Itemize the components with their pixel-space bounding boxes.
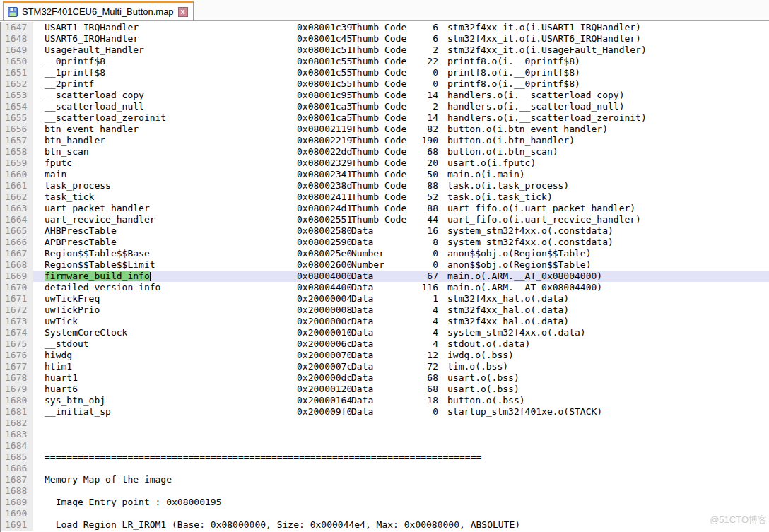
line-content[interactable]: firmware_build_info0x08004000Data67main.… [33,271,769,282]
line-content[interactable]: __1printf$80x08001c55Thumb Code0printf8.… [33,67,769,78]
line-content[interactable]: Region$$Table$$Limit0x08002600Number0ano… [33,259,769,271]
map-symbol-row[interactable]: 1667Region$$Table$$Base0x080025e0Number0… [1,248,769,259]
line-content[interactable]: uart_packet_handler0x080024d1Thumb Code8… [33,203,769,214]
map-text-row[interactable]: 1686 [1,463,769,474]
line-content[interactable]: USART6_IRQHandler0x08001c45Thumb Code6st… [33,33,769,45]
map-symbol-row[interactable]: 1664uart_recvice_handler0x08002551Thumb … [1,214,769,225]
line-content[interactable] [33,508,769,519]
line-number: 1654 [1,101,33,112]
symbol-name: task_process [45,180,111,191]
map-text-row[interactable]: 1689 Image Entry point : 0x08000195 [1,497,769,508]
map-symbol-row[interactable]: 1679huart60x20000120Data68usart.o(.bss) [1,384,769,395]
map-symbol-row[interactable]: 1652__2printf0x08001c55Thumb Code0printf… [1,78,769,90]
map-text-row[interactable]: 1683 [1,429,769,440]
line-content[interactable]: uwTick0x2000000cData4stm32f4xx_hal.o(.da… [33,316,769,327]
line-content[interactable]: hiwdg0x20000070Data12iwdg.o(.bss) [33,350,769,361]
map-text-row[interactable]: 1690 [1,508,769,519]
line-content[interactable]: uwTickPrio0x20000008Data4stm32f4xx_hal.o… [33,305,769,316]
map-symbol-row[interactable]: 1653__scatterload_copy0x08001c95Thumb Co… [1,90,769,101]
line-content[interactable] [33,485,769,497]
line-content[interactable]: AHBPrescTable0x08002580Data16system_stm3… [33,225,769,237]
tab-map-file[interactable]: STM32F401CEU6_Multi_Button.map x [3,1,194,20]
tab-close-icon[interactable]: x [178,7,188,17]
line-content[interactable]: __scatterload_copy0x08001c95Thumb Code14… [33,90,769,101]
line-content[interactable]: __scatterload_null0x08001ca3Thumb Code2h… [33,101,769,112]
line-content[interactable]: Memory Map of the image [33,474,769,485]
line-content[interactable]: task_process0x0800238dThumb Code88task.o… [33,180,769,191]
map-symbol-row[interactable]: 1663uart_packet_handler0x080024d1Thumb C… [1,203,769,214]
map-symbol-row[interactable]: 1672uwTickPrio0x20000008Data4stm32f4xx_h… [1,305,769,316]
line-content[interactable]: btn_handler0x08002219Thumb Code190button… [33,135,769,146]
map-symbol-row[interactable]: 1678huart10x200000dcData68usart.o(.bss) [1,372,769,384]
map-file-viewer: STM32F401CEU6_Multi_Button.map x 1647USA… [0,0,769,21]
line-content[interactable]: uart_recvice_handler0x08002551Thumb Code… [33,214,769,225]
map-text-row[interactable]: 1691 Load Region LR_IROM1 (Base: 0x08000… [1,519,769,531]
map-symbol-row[interactable]: 1660main0x08002341Thumb Code50main.o(i.m… [1,169,769,180]
line-content[interactable]: APBPrescTable0x08002590Data8system_stm32… [33,237,769,248]
map-symbol-row[interactable]: 1681__initial_sp0x200009f0Data0startup_s… [1,406,769,418]
line-content[interactable]: main0x08002341Thumb Code50main.o(i.main) [33,169,769,180]
line-content[interactable]: Image Entry point : 0x08000195 [33,497,769,508]
line-content[interactable]: __stdout0x2000006cData4stdout.o(.data) [33,338,769,350]
line-content[interactable]: detailed_version_info0x08004400Data116ma… [33,282,769,293]
line-content[interactable] [33,463,769,474]
line-content[interactable]: __initial_sp0x200009f0Data0startup_stm32… [33,406,769,418]
line-content[interactable] [33,440,769,451]
map-symbol-row[interactable]: 1674SystemCoreClock0x20000010Data4system… [1,327,769,338]
map-text-row[interactable]: 1685====================================… [1,451,769,463]
line-content[interactable]: sys_btn_obj0x20000164Data18button.o(.bss… [33,395,769,406]
map-text-row[interactable]: 1688 [1,485,769,497]
map-symbol-row[interactable]: 1649UsageFault_Handler0x08001c51Thumb Co… [1,45,769,56]
line-content[interactable]: btn_scan0x080022ddThumb Code68button.o(i… [33,146,769,158]
map-symbol-row[interactable]: 1677htim10x2000007cData72tim.o(.bss) [1,361,769,372]
map-symbol-row[interactable]: 1654__scatterload_null0x08001ca3Thumb Co… [1,101,769,112]
line-content[interactable]: huart10x200000dcData68usart.o(.bss) [33,372,769,384]
map-symbol-row[interactable]: 1659fputc0x08002329Thumb Code20usart.o(i… [1,158,769,169]
map-symbol-row[interactable]: 1669firmware_build_info0x08004000Data67m… [1,271,769,282]
map-symbol-row[interactable]: 1666APBPrescTable0x08002590Data8system_s… [1,237,769,248]
map-symbol-row[interactable]: 1670detailed_version_info0x08004400Data1… [1,282,769,293]
map-symbol-row[interactable]: 1668Region$$Table$$Limit0x08002600Number… [1,259,769,271]
line-content[interactable]: ========================================… [33,451,769,463]
line-number: 1684 [1,440,33,451]
map-symbol-row[interactable]: 1665AHBPrescTable0x08002580Data16system_… [1,225,769,237]
line-content[interactable]: UsageFault_Handler0x08001c51Thumb Code2s… [33,45,769,56]
map-symbol-row[interactable]: 1648USART6_IRQHandler0x08001c45Thumb Cod… [1,33,769,45]
line-content[interactable]: __0printf$80x08001c55Thumb Code22printf8… [33,56,769,67]
map-symbol-row[interactable]: 1647USART1_IRQHandler0x08001c39Thumb Cod… [1,22,769,33]
map-text-row[interactable]: 1684 [1,440,769,451]
map-editor[interactable]: 1647USART1_IRQHandler0x08001c39Thumb Cod… [0,22,769,532]
line-content[interactable]: task_tick0x08002411Thumb Code52task.o(i.… [33,191,769,203]
line-content[interactable]: SystemCoreClock0x20000010Data4system_stm… [33,327,769,338]
map-text-row[interactable]: 1687Memory Map of the image [1,474,769,485]
map-symbol-row[interactable]: 1651__1printf$80x08001c55Thumb Code0prin… [1,67,769,78]
map-symbol-row[interactable]: 1673uwTick0x2000000cData4stm32f4xx_hal.o… [1,316,769,327]
line-content[interactable]: btn_event_handler0x08002119Thumb Code82b… [33,124,769,135]
line-content[interactable]: Load Region LR_IROM1 (Base: 0x08000000, … [33,519,769,531]
line-content[interactable]: USART1_IRQHandler0x08001c39Thumb Code6st… [33,22,769,33]
map-symbol-row[interactable]: 1675__stdout0x2000006cData4stdout.o(.dat… [1,338,769,350]
line-content[interactable] [33,429,769,440]
symbol-size: 4 [382,327,438,338]
line-content[interactable]: uwTickFreq0x20000004Data1stm32f4xx_hal.o… [33,293,769,305]
line-content[interactable]: Region$$Table$$Base0x080025e0Number0anon… [33,248,769,259]
map-symbol-row[interactable]: 1662task_tick0x08002411Thumb Code52task.… [1,191,769,203]
line-content[interactable]: fputc0x08002329Thumb Code20usart.o(i.fpu… [33,158,769,169]
symbol-size: 0 [382,259,438,271]
map-symbol-row[interactable]: 1655__scatterload_zeroinit0x08001ca5Thum… [1,112,769,124]
map-symbol-row[interactable]: 1650__0printf$80x08001c55Thumb Code22pri… [1,56,769,67]
line-content[interactable]: htim10x2000007cData72tim.o(.bss) [33,361,769,372]
map-symbol-row[interactable]: 1680sys_btn_obj0x20000164Data18button.o(… [1,395,769,406]
line-content[interactable] [33,418,769,429]
map-text-row[interactable]: 1682 [1,418,769,429]
map-symbol-row[interactable]: 1661task_process0x0800238dThumb Code88ta… [1,180,769,191]
selected-text: firmware_build_info [45,271,150,281]
map-symbol-row[interactable]: 1671uwTickFreq0x20000004Data1stm32f4xx_h… [1,293,769,305]
line-content[interactable]: huart60x20000120Data68usart.o(.bss) [33,384,769,395]
map-symbol-row[interactable]: 1657btn_handler0x08002219Thumb Code190bu… [1,135,769,146]
map-symbol-row[interactable]: 1656btn_event_handler0x08002119Thumb Cod… [1,124,769,135]
line-content[interactable]: __2printf0x08001c55Thumb Code0printf8.o(… [33,78,769,90]
line-content[interactable]: __scatterload_zeroinit0x08001ca5Thumb Co… [33,112,769,124]
map-symbol-row[interactable]: 1676hiwdg0x20000070Data12iwdg.o(.bss) [1,350,769,361]
map-symbol-row[interactable]: 1658btn_scan0x080022ddThumb Code68button… [1,146,769,158]
